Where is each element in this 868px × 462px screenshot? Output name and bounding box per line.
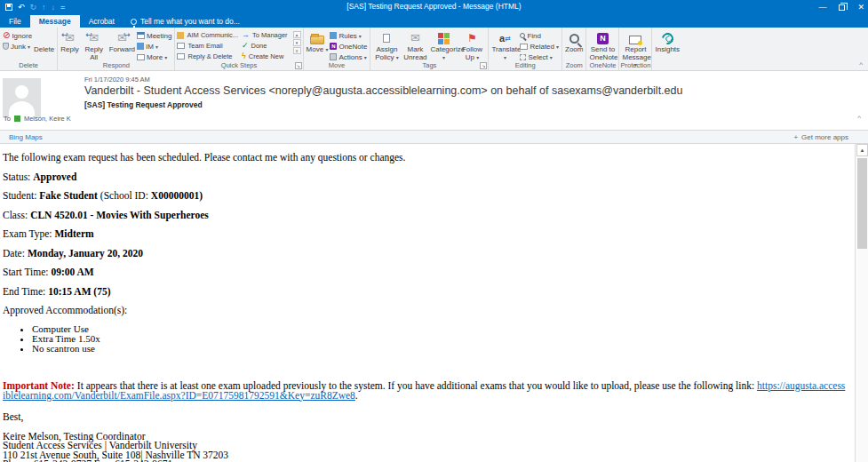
- translate-label: Translate: [491, 45, 521, 53]
- dropdown-caret-icon: ▾: [442, 55, 445, 60]
- quick-step-done[interactable]: ✓ Done: [242, 42, 288, 50]
- dropdown-caret-icon: ▾: [364, 54, 367, 60]
- get-more-apps-button[interactable]: + Get more apps: [793, 133, 848, 141]
- meeting-label: Meeting: [147, 32, 171, 40]
- ribbon-group-protection: Report Message ▾ Protection: [619, 28, 652, 70]
- quick-step-reply-delete[interactable]: Reply & Delete: [177, 52, 238, 60]
- translate-button[interactable]: a ⇄ Translate ▾: [490, 29, 519, 62]
- ignore-button[interactable]: ⊘ Ignore: [2, 31, 33, 40]
- restore-button[interactable]: [839, 4, 845, 11]
- team-email-icon: [177, 43, 185, 49]
- actions-button[interactable]: Actions ▾: [329, 52, 368, 61]
- quick-steps-dialog-launcher-icon[interactable]: ↘: [295, 62, 302, 69]
- title-bar: ↶ ↻ ↑ ↓ = [SAS] Testing Request Approved…: [0, 0, 868, 15]
- select-button[interactable]: Select ▾: [519, 52, 560, 61]
- body-intro: The following exam request has been sche…: [3, 152, 848, 163]
- collapse-ribbon-icon[interactable]: ^: [859, 60, 863, 68]
- more-respond-button[interactable]: More ▾: [136, 52, 172, 61]
- reply-icon: ✉↩: [65, 32, 75, 44]
- meeting-button[interactable]: Meeting: [136, 31, 172, 40]
- forward-button[interactable]: ✉↪ Forward: [108, 29, 136, 55]
- send-to-onenote-button[interactable]: N Send to OneNote: [588, 29, 617, 62]
- related-icon: [520, 44, 528, 50]
- tab-acrobat[interactable]: Acrobat: [80, 15, 123, 28]
- sender-avatar: [3, 78, 41, 118]
- field-end-time: End Time:10:15 AM (75): [3, 286, 848, 297]
- message-date: Fri 1/17/2020 9:45 AM: [84, 76, 150, 84]
- onenote-icon: N: [330, 43, 337, 50]
- field-label: Start Time:: [3, 267, 48, 277]
- related-button[interactable]: Related ▾: [519, 42, 560, 51]
- zoom-button[interactable]: Zoom: [564, 29, 584, 55]
- ribbon-group-tags: Assign Policy ▾ ✉ Mark Unread Categorize…: [370, 28, 489, 70]
- quick-steps-scroll-up[interactable]: ▴: [293, 31, 301, 38]
- find-button[interactable]: Find: [519, 31, 560, 40]
- categorize-button[interactable]: Categorize ▾: [429, 29, 458, 62]
- tags-dialog-launcher-icon[interactable]: ↘: [480, 62, 487, 69]
- ignore-icon: ⊘: [3, 31, 10, 40]
- ribbon-group-insights: Insights: [652, 28, 682, 70]
- junk-button[interactable]: Junk ▾: [2, 42, 33, 51]
- ribbon-group-editing: a ⇄ Translate ▾ Find Related ▾ Select: [489, 28, 562, 70]
- quick-step-label: Create New: [249, 52, 284, 60]
- accommodation-item: Computer Use: [32, 324, 848, 334]
- report-message-icon: [629, 36, 641, 44]
- follow-up-label: Follow Up: [462, 45, 482, 61]
- group-label-quick-steps: Quick Steps: [175, 61, 302, 69]
- collapse-header-icon[interactable]: ^: [857, 114, 861, 122]
- vertical-scrollbar[interactable]: ▲: [855, 144, 868, 462]
- quick-step-team-email[interactable]: Team Email: [177, 42, 238, 50]
- tab-message[interactable]: Message: [30, 15, 80, 28]
- minimize-button[interactable]: —: [818, 3, 826, 12]
- reply-all-button[interactable]: ✉↩ Reply All: [80, 29, 108, 62]
- categorize-icon: [438, 33, 450, 44]
- field-plain: (School ID:: [100, 190, 148, 201]
- quick-step-label: To Manager: [252, 31, 288, 39]
- mark-unread-button[interactable]: ✉ Mark Unread: [401, 29, 429, 62]
- onenote-button[interactable]: N OneNote: [329, 42, 368, 51]
- field-label: Date:: [3, 248, 25, 259]
- im-label: IM: [146, 43, 154, 51]
- field-label: Student:: [3, 190, 36, 201]
- quick-step-create-new[interactable]: ϟ Create New: [242, 52, 288, 60]
- rules-button[interactable]: Rules ▾: [329, 31, 368, 40]
- im-button[interactable]: IM ▾: [136, 42, 172, 51]
- ribbon: ⊘ Ignore Junk ▾ Delete Delete ✉↩ Reply: [0, 28, 868, 71]
- junk-shield-icon: [3, 43, 9, 50]
- select-label: Select: [528, 53, 547, 61]
- onenote-n-icon: N: [597, 33, 609, 44]
- ribbon-group-zoom: Zoom Zoom: [562, 28, 586, 70]
- quick-step-aim-communic[interactable]: AIM Communic...: [177, 31, 238, 39]
- insights-button[interactable]: Insights: [654, 29, 681, 55]
- move-button[interactable]: Move ▾: [306, 29, 330, 55]
- reply-button[interactable]: ✉↩ Reply: [60, 29, 79, 55]
- scrollbar-thumb[interactable]: [857, 158, 867, 249]
- bing-maps-addin[interactable]: Bing Maps: [9, 133, 43, 141]
- tab-file[interactable]: File: [0, 15, 30, 28]
- close-button[interactable]: ✕: [857, 3, 864, 12]
- tell-me-label: Tell me what you want to do...: [140, 17, 240, 26]
- delete-button[interactable]: Delete: [33, 29, 55, 55]
- to-label: To: [4, 115, 11, 123]
- dropdown-caret-icon: ▾: [155, 44, 158, 50]
- to-row: To Melson, Keire K: [4, 115, 71, 123]
- lightbulb-icon: [131, 19, 137, 25]
- recipient-name[interactable]: Melson, Keire K: [24, 115, 71, 123]
- quick-step-label: AIM Communic...: [187, 31, 238, 39]
- dropdown-caret-icon: ▾: [164, 54, 167, 60]
- field-label: Status:: [3, 171, 30, 182]
- quick-steps-scroll-down[interactable]: ▾: [293, 39, 301, 46]
- dropdown-caret-icon: ▾: [504, 55, 506, 60]
- forward-label: Forward: [109, 46, 135, 54]
- quick-step-to-manager[interactable]: → To Manager: [242, 31, 288, 39]
- quick-steps-more[interactable]: ≡: [293, 47, 301, 54]
- follow-up-button[interactable]: ⚑ Follow Up ▾: [458, 29, 486, 62]
- rules-icon: [330, 32, 337, 39]
- scrollbar-up-arrow[interactable]: ▲: [856, 144, 868, 156]
- rules-label: Rules: [338, 32, 356, 40]
- message-header: Fri 1/17/2020 9:45 AM Vanderbilt - Stude…: [0, 71, 868, 130]
- meeting-calendar-icon: [137, 32, 145, 39]
- assign-policy-button[interactable]: Assign Policy ▾: [372, 29, 401, 62]
- dropdown-caret-icon: ▾: [325, 47, 328, 52]
- tell-me-box[interactable]: Tell me what you want to do...: [123, 15, 247, 28]
